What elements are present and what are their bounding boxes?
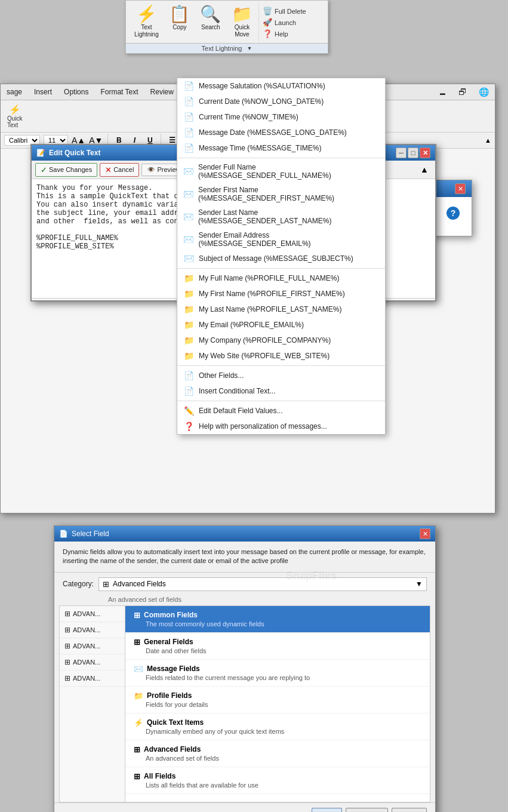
dropdown-desc-general: Date and other fields	[134, 647, 421, 654]
field-current-date[interactable]: 📄 Current Date (%NOW_LONG_DATE%)	[177, 94, 385, 109]
ribbon-footer: Text Lightning ▼	[126, 43, 328, 53]
ribbon-btn-text-lightning[interactable]: ⚡ Text Lightning	[130, 3, 164, 42]
field-subject[interactable]: ✉️ Subject of Message (%MESSAGE_SUBJECT%…	[177, 251, 385, 266]
sf-close-btn[interactable]: ✕	[420, 528, 430, 539]
field-message-time[interactable]: 📄 Message Time (%MESSAGE_TIME%)	[177, 140, 385, 156]
copy-label: Copy	[173, 24, 186, 31]
scroll-up-icon[interactable]: ▲	[485, 137, 491, 144]
dropdown-item-common-fields[interactable]: ⊞ Common Fields The most commonly used d…	[125, 606, 430, 633]
field-label-my-website: My Web Site (%PROFILE_WEB_SITE%)	[199, 352, 330, 360]
field-label-message-time: Message Time (%MESSAGE_TIME%)	[199, 144, 321, 152]
field-message-date[interactable]: 📄 Message Date (%MESSAGE_LONG_DATE%)	[177, 125, 385, 140]
field-icon-current-date: 📄	[183, 97, 194, 106]
menu-format-text[interactable]: Format Text	[98, 87, 140, 97]
window-max-icon[interactable]: 🗗	[456, 86, 469, 98]
field-label-my-company: My Company (%PROFILE_COMPANY%)	[199, 336, 331, 345]
wizard-close-btn[interactable]: ✕	[455, 183, 466, 194]
field-insert-conditional[interactable]: 📄 Insert Conditional Text...	[177, 383, 385, 399]
field-icon-my-last: 📁	[183, 304, 194, 314]
field-label-help-personal: Help with personalization of messages...	[199, 422, 327, 430]
field-label-my-last: My Last Name (%PROFILE_LAST_NAME%)	[199, 305, 341, 313]
ribbon-expand-icon[interactable]: ▼	[247, 45, 252, 51]
full-delete-item[interactable]: 🗑️ Full Delete	[263, 5, 321, 17]
sf-help-btn[interactable]: Help	[392, 808, 427, 812]
list-icon-4: ⊞	[64, 658, 70, 666]
field-current-time[interactable]: 📄 Current Time (%NOW_TIME%)	[177, 109, 385, 125]
dropdown-icon-common: ⊞	[134, 611, 140, 620]
dropdown-label-all: All Fields	[144, 772, 176, 780]
dropdown-item-advanced-fields[interactable]: ⊞ Advanced Fields An advanced set of fie…	[125, 740, 430, 767]
field-sender-last-name[interactable]: ✉️ Sender Last Name (%MESSAGE_SENDER_LAS…	[177, 205, 385, 228]
cancel-btn[interactable]: ✕ Cancel	[100, 163, 139, 177]
list-icon-5: ⊞	[64, 674, 70, 682]
field-my-last-name[interactable]: 📁 My Last Name (%PROFILE_LAST_NAME%)	[177, 302, 385, 317]
field-my-full-name[interactable]: 📁 My Full Name (%PROFILE_FULL_NAME%)	[177, 270, 385, 286]
dropdown-item-quick-text[interactable]: ⚡ Quick Text Items Dynamically embed any…	[125, 713, 430, 740]
quick-text-label: QuickText	[7, 115, 23, 128]
scroll-up-btn[interactable]: ▲	[417, 162, 432, 177]
list-item-advan2[interactable]: ⊞ ADVAN...	[60, 622, 125, 638]
list-item-advan3[interactable]: ⊞ ADVAN...	[60, 638, 125, 654]
full-delete-icon: 🗑️	[263, 7, 272, 16]
full-delete-label: Full Delete	[275, 8, 306, 15]
dropdown-item-general-fields[interactable]: ⊞ General Fields Date and other fields	[125, 633, 430, 660]
field-help-personalization[interactable]: ❓ Help with personalization of messages.…	[177, 419, 385, 434]
dropdown-icon-advanced: ⊞	[134, 745, 140, 754]
field-icon-my-first: 📁	[183, 289, 194, 299]
field-label-subject: Subject of Message (%MESSAGE_SUBJECT%)	[199, 254, 353, 263]
fields-menu: 📄 Message Salutation (%SALUTATION%) 📄 Cu…	[177, 78, 386, 435]
field-edit-default[interactable]: ✏️ Edit Default Field Values...	[177, 403, 385, 419]
menu-insert[interactable]: Insert	[32, 87, 54, 97]
field-label-sender-last: Sender Last Name (%MESSAGE_SENDER_LAST_N…	[198, 208, 379, 225]
list-item-advan5[interactable]: ⊞ ADVAN...	[60, 670, 125, 687]
field-label-conditional: Insert Conditional Text...	[199, 387, 276, 395]
ribbon-btn-search[interactable]: 🔍 Search	[196, 3, 226, 42]
menu-separator-1	[177, 158, 385, 158]
dialog-minimize-btn[interactable]: ─	[396, 147, 407, 158]
dropdown-desc-message: Fields related to the current message yo…	[134, 674, 421, 681]
list-icon-3: ⊞	[64, 642, 70, 650]
dialog-close-btn[interactable]: ✕	[420, 147, 430, 158]
menu-review[interactable]: Review	[148, 87, 176, 97]
list-item-advan1[interactable]: ⊞ ADVAN...	[60, 606, 125, 622]
field-my-email[interactable]: 📁 My Email (%PROFILE_EMAIL%)	[177, 317, 385, 333]
dropdown-item-all-fields[interactable]: ⊞ All Fields Lists all fields that are a…	[125, 767, 430, 794]
help-item[interactable]: ❓ Help	[263, 28, 321, 39]
ribbon-footer-label: Text Lightning	[202, 45, 242, 52]
field-sender-email[interactable]: ✉️ Sender Email Address (%MESSAGE_SENDER…	[177, 228, 385, 251]
dropdown-desc-all: Lists all fields that are available for …	[134, 782, 421, 789]
sf-category-select[interactable]: ⊞ Advanced Fields ▼	[98, 577, 427, 591]
field-my-website[interactable]: 📁 My Web Site (%PROFILE_WEB_SITE%)	[177, 348, 385, 364]
field-message-salutation[interactable]: 📄 Message Salutation (%SALUTATION%)	[177, 78, 385, 94]
quick-text-toolbar-item[interactable]: ⚡ QuickText	[3, 102, 27, 130]
dropdown-title-general: ⊞ General Fields	[134, 638, 421, 647]
sf-dropdown-arrow-icon: ▼	[415, 580, 423, 588]
launch-item[interactable]: 🚀 Launch	[263, 17, 321, 28]
sf-ok-btn[interactable]: OK	[312, 808, 342, 812]
field-sender-full-name[interactable]: ✉️ Sender Full Name (%MESSAGE_SENDER_FUL…	[177, 160, 385, 183]
save-changes-btn[interactable]: ✓ Save Changes	[35, 163, 97, 177]
list-label-2: ADVAN...	[73, 626, 100, 633]
list-item-advan4[interactable]: ⊞ ADVAN...	[60, 654, 125, 670]
list-icon-2: ⊞	[64, 626, 70, 634]
field-my-company[interactable]: 📁 My Company (%PROFILE_COMPANY%)	[177, 333, 385, 348]
select-field-dialog: 📄 Select Field ✕ Dynamic fields allow yo…	[54, 525, 436, 812]
dropdown-item-profile-fields[interactable]: 📁 Profile Fields Fields for your details	[125, 687, 430, 713]
field-my-first-name[interactable]: 📁 My First Name (%PROFILE_FIRST_NAME%)	[177, 286, 385, 302]
dropdown-label-quick-text: Quick Text Items	[147, 718, 204, 727]
ribbon-btn-copy[interactable]: 📋 Copy	[165, 3, 195, 42]
menu-sage[interactable]: sage	[4, 87, 24, 97]
dropdown-item-message-fields[interactable]: ✉️ Message Fields Fields related to the …	[125, 660, 430, 687]
dialog-maximize-btn[interactable]: □	[408, 147, 418, 158]
wizard-help-icon[interactable]: ?	[447, 207, 460, 220]
window-close-icon[interactable]: 🌐	[476, 86, 491, 98]
field-other-fields[interactable]: 📄 Other Fields...	[177, 368, 385, 383]
menu-options[interactable]: Options	[61, 87, 91, 97]
sf-footer: Selected Fi... OK Cancel Help	[54, 802, 435, 812]
titlebar-left: 📝 Edit Quick Text	[36, 149, 100, 157]
ribbon-body: ⚡ Text Lightning 📋 Copy 🔍 Search 📁 Quick…	[126, 1, 328, 43]
ribbon-btn-quick-move[interactable]: 📁 Quick Move	[227, 3, 257, 42]
sf-cancel-btn[interactable]: Cancel	[346, 808, 388, 812]
window-min-icon[interactable]: 🗕	[436, 86, 449, 98]
field-sender-first-name[interactable]: ✉️ Sender First Name (%MESSAGE_SENDER_FI…	[177, 183, 385, 205]
